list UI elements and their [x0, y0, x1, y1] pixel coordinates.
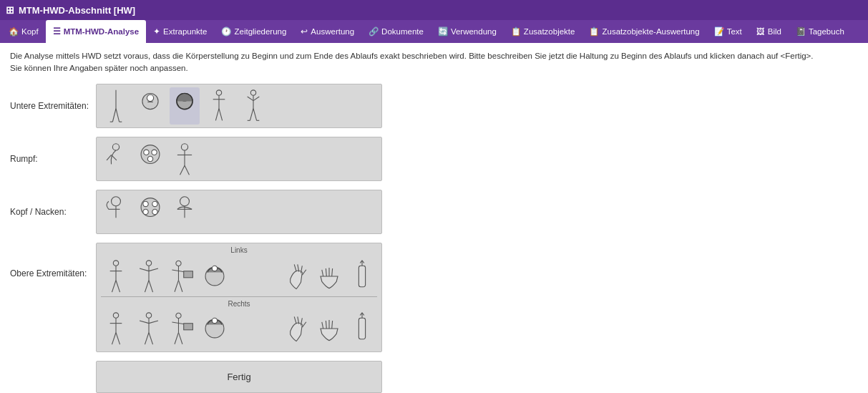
nav-label-text: Text: [727, 27, 742, 36]
nav-label-bild: Bild: [768, 27, 781, 36]
nav-label-mtm: MTM-HWD-Analyse: [64, 27, 139, 36]
clipboard2-icon: 📋: [589, 26, 599, 37]
nav-item-mtm-hwd[interactable]: ☰ MTM-HWD-Analyse: [46, 20, 146, 43]
svg-point-95: [212, 318, 217, 323]
svg-point-29: [147, 156, 152, 161]
figure-rumpf-1[interactable]: [101, 140, 131, 178]
svg-line-100: [322, 322, 323, 329]
figure-kopf-1[interactable]: [101, 193, 131, 231]
figure-obere-links-2[interactable]: [134, 258, 164, 295]
svg-rect-73: [359, 266, 365, 287]
nav-item-kopf[interactable]: 🏠 Kopf: [1, 20, 46, 43]
nav-item-auswertung[interactable]: ↩ Auswertung: [293, 20, 361, 43]
svg-point-41: [143, 209, 148, 214]
figure-obere-rechts-1[interactable]: [101, 310, 131, 347]
refresh-icon: 🔄: [438, 26, 448, 37]
nav-label-dok: Dokumente: [381, 27, 424, 36]
fertig-button[interactable]: Fertig: [96, 361, 382, 393]
figure-kopf-2[interactable]: [135, 193, 165, 231]
figure-obere-links-6[interactable]: [314, 258, 344, 295]
figure-untere-1[interactable]: [101, 87, 131, 125]
figure-kopf-3[interactable]: [170, 193, 200, 231]
svg-line-65: [294, 264, 296, 271]
svg-point-40: [152, 201, 157, 206]
image-icon: 🖼: [756, 27, 765, 36]
title-bar: ⊞ MTM-HWD-Abschnitt [HW]: [0, 0, 868, 20]
svg-point-6: [147, 94, 153, 101]
svg-line-19: [250, 108, 253, 120]
svg-point-77: [113, 313, 118, 318]
nav-item-zusatzobjekte[interactable]: 📋 Zusatzobjekte: [504, 20, 582, 43]
svg-point-57: [176, 261, 181, 266]
main-content: Die Analyse mittels HWD setzt voraus, da…: [0, 43, 868, 393]
svg-point-30: [181, 143, 187, 150]
svg-line-1: [112, 108, 116, 121]
nav-item-dokumente[interactable]: 🔗 Dokumente: [361, 20, 431, 43]
figure-untere-4[interactable]: [204, 87, 234, 125]
figure-obere-links-7[interactable]: [347, 258, 377, 295]
nav-label-tag: Tagebuch: [809, 27, 844, 36]
figure-obere-links-1[interactable]: [101, 258, 131, 295]
svg-line-81: [116, 333, 120, 345]
svg-line-17: [248, 97, 253, 101]
nav-item-zusatzobjekte-auswertung[interactable]: 📋 Zusatzobjekte-Auswertung: [582, 20, 706, 43]
obere-divider: [101, 296, 377, 297]
svg-line-2: [116, 108, 120, 121]
figure-obere-rechts-3[interactable]: [167, 310, 197, 347]
nav-label-ver: Verwendung: [451, 27, 497, 36]
figure-obere-rechts-2[interactable]: [134, 310, 164, 347]
figure-obere-links-4[interactable]: [200, 258, 230, 295]
return-icon: ↩: [301, 26, 308, 37]
nav-item-text[interactable]: 📝 Text: [707, 20, 749, 43]
svg-line-62: [178, 280, 182, 291]
nav-label-zeit: Zeitgliederung: [234, 27, 286, 36]
figure-obere-rechts-7[interactable]: [347, 310, 377, 347]
svg-point-27: [144, 150, 149, 155]
figure-untere-2[interactable]: [135, 87, 165, 125]
label-rumpf: Rumpf:: [10, 154, 96, 164]
home-icon: 🏠: [9, 26, 19, 37]
selector-kopf-nacken: [96, 190, 382, 234]
svg-line-55: [145, 280, 149, 292]
nav-item-tagebuch[interactable]: 📓 Tagebuch: [789, 20, 852, 43]
row-obere: Obere Extremitäten: Links: [10, 243, 858, 352]
fertig-spacer: [10, 361, 96, 393]
figure-obere-rechts-5[interactable]: [281, 310, 311, 347]
figure-obere-rechts-6[interactable]: [314, 310, 344, 347]
link-icon: 🔗: [369, 26, 379, 37]
figure-untere-5[interactable]: [238, 87, 268, 125]
svg-rect-104: [359, 318, 365, 339]
label-untere: Untere Extremitäten:: [10, 101, 96, 111]
svg-line-80: [112, 333, 116, 345]
selector-untere: [96, 84, 382, 128]
svg-point-15: [250, 89, 255, 94]
svg-line-86: [145, 333, 149, 345]
svg-point-51: [146, 260, 151, 265]
figure-rumpf-2[interactable]: [135, 140, 165, 178]
svg-line-18: [253, 97, 259, 101]
svg-line-93: [178, 332, 182, 344]
fertig-row: Fertig: [10, 361, 858, 393]
svg-line-69: [322, 269, 323, 276]
figure-obere-links-5[interactable]: [281, 258, 311, 295]
figure-obere-links-3[interactable]: [167, 258, 197, 295]
description-line1: Die Analyse mittels HWD setzt voraus, da…: [10, 52, 814, 60]
svg-line-14: [219, 108, 223, 120]
svg-line-24: [107, 155, 111, 160]
svg-point-28: [152, 150, 157, 155]
svg-line-25: [112, 155, 117, 160]
svg-point-64: [212, 266, 217, 271]
selector-obere: Links: [96, 243, 382, 352]
nav-item-bild[interactable]: 🖼 Bild: [749, 20, 789, 43]
svg-line-68: [302, 269, 306, 274]
nav-item-extrapunkte[interactable]: ✦ Extrapunkte: [146, 20, 214, 43]
description-text: Die Analyse mittels HWD setzt voraus, da…: [10, 50, 858, 75]
svg-line-13: [215, 108, 219, 120]
nav-item-zeitgliederung[interactable]: 🕐 Zeitgliederung: [214, 20, 293, 43]
svg-line-53: [140, 268, 149, 271]
figure-rumpf-3[interactable]: [170, 140, 200, 178]
clipboard-icon: 📋: [511, 26, 521, 37]
figure-obere-rechts-4[interactable]: [200, 310, 230, 347]
figure-untere-3[interactable]: [170, 87, 200, 125]
nav-item-verwendung[interactable]: 🔄 Verwendung: [431, 20, 504, 43]
